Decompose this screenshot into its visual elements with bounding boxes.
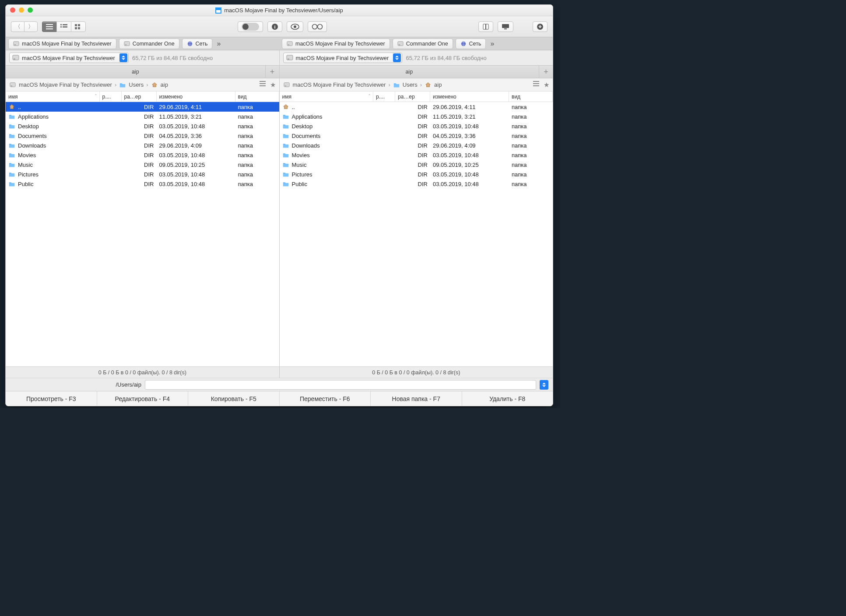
svg-rect-12 xyxy=(63,26,67,28)
forward-button[interactable]: 〉 xyxy=(24,21,38,32)
breadcrumb-item[interactable]: Users xyxy=(403,81,418,88)
col-ext[interactable]: р.... xyxy=(100,92,122,102)
download-button[interactable] xyxy=(533,21,548,32)
file-row[interactable]: Music DIR 09.05.2019, 10:25 папка xyxy=(280,160,553,169)
view-list-button[interactable] xyxy=(42,21,56,32)
volume-selector-right[interactable]: macOS Mojave Final by Techsviewer xyxy=(283,53,403,63)
globe-icon xyxy=(187,41,193,47)
fkey-7[interactable]: Новая папка - F7 xyxy=(371,391,462,406)
columns-header-left[interactable]: имяˆ р.... ра…ер изменено вид xyxy=(6,92,279,102)
file-row[interactable]: Public DIR 03.05.2019, 10:48 папка xyxy=(280,179,553,189)
drive-tab-left-1[interactable]: Commander One xyxy=(119,39,179,49)
compare-button[interactable] xyxy=(308,21,327,32)
path-history-button[interactable] xyxy=(540,380,548,390)
svg-rect-28 xyxy=(260,81,266,82)
new-tab-left[interactable]: + xyxy=(265,66,279,78)
file-list-right[interactable]: .. DIR 29.06.2019, 4:11 папка Applicatio… xyxy=(280,102,553,366)
fkey-6[interactable]: Переместить - F6 xyxy=(280,391,371,406)
drive-tabs-overflow-right[interactable]: » xyxy=(488,40,496,48)
file-row[interactable]: .. DIR 29.06.2019, 4:11 папка xyxy=(6,102,279,112)
mount-button[interactable] xyxy=(498,21,513,32)
fkey-3[interactable]: Просмотреть - F3 xyxy=(6,391,97,406)
folder-icon xyxy=(8,142,15,148)
preview-button[interactable] xyxy=(287,21,303,32)
file-row[interactable]: Pictures DIR 03.05.2019, 10:48 папка xyxy=(6,169,279,179)
col-size[interactable]: ра…ер xyxy=(122,92,157,102)
file-row[interactable]: Pictures DIR 03.05.2019, 10:48 папка xyxy=(280,169,553,179)
file-row[interactable]: Downloads DIR 29.06.2019, 4:09 папка xyxy=(6,141,279,150)
fkey-5[interactable]: Копировать - F5 xyxy=(188,391,280,406)
close-button[interactable] xyxy=(10,7,15,13)
breadcrumb-item[interactable]: aip xyxy=(161,81,168,88)
file-size: DIR xyxy=(395,133,430,139)
col-kind[interactable]: вид xyxy=(509,92,553,102)
col-modified[interactable]: изменено xyxy=(157,92,235,102)
drive-tabs-overflow-left[interactable]: » xyxy=(215,40,222,48)
breadcrumb-item[interactable]: macOS Mojave Final by Techsviewer xyxy=(293,81,386,88)
file-row[interactable]: Desktop DIR 03.05.2019, 10:48 папка xyxy=(280,121,553,131)
file-row[interactable]: Movies DIR 03.05.2019, 10:48 папка xyxy=(280,150,553,160)
col-modified[interactable]: изменено xyxy=(430,92,509,102)
file-row[interactable]: Documents DIR 04.05.2019, 3:36 папка xyxy=(6,131,279,141)
view-columns-button[interactable] xyxy=(56,21,71,32)
back-button[interactable]: 〈 xyxy=(11,21,24,32)
path-input[interactable] xyxy=(145,380,536,390)
file-row[interactable]: Downloads DIR 29.06.2019, 4:09 папка xyxy=(280,141,553,150)
list-mode-icon[interactable] xyxy=(260,81,266,89)
file-kind: папка xyxy=(235,133,279,139)
eye-icon xyxy=(291,24,299,30)
file-row[interactable]: Applications DIR 11.05.2019, 3:21 папка xyxy=(280,112,553,121)
file-row[interactable]: Applications DIR 11.05.2019, 3:21 папка xyxy=(6,112,279,121)
folder-tab-left[interactable]: aip xyxy=(6,66,265,78)
breadcrumb-item[interactable]: Users xyxy=(129,81,144,88)
breadcrumb-item[interactable]: aip xyxy=(434,81,442,88)
folder-icon xyxy=(282,123,289,129)
col-kind[interactable]: вид xyxy=(235,92,279,102)
col-size[interactable]: ра…ер xyxy=(395,92,430,102)
favorite-icon[interactable]: ★ xyxy=(544,81,549,89)
file-row[interactable]: Public DIR 03.05.2019, 10:48 папка xyxy=(6,179,279,189)
folder-icon xyxy=(282,162,289,168)
col-name[interactable]: имяˆ xyxy=(6,92,100,102)
svg-rect-15 xyxy=(75,27,77,29)
drive-tab-left-2[interactable]: Сеть xyxy=(182,39,213,49)
free-space-right: 65,72 ГБ из 84,48 ГБ свободно xyxy=(406,55,486,61)
breadcrumb-item[interactable]: macOS Mojave Final by Techsviewer xyxy=(19,81,112,88)
file-list-left[interactable]: .. DIR 29.06.2019, 4:11 папка Applicatio… xyxy=(6,102,279,366)
file-size: DIR xyxy=(122,171,157,178)
archive-button[interactable] xyxy=(478,21,493,32)
home-icon xyxy=(8,104,15,110)
svg-rect-32 xyxy=(533,83,539,84)
file-row[interactable]: Desktop DIR 03.05.2019, 10:48 папка xyxy=(6,121,279,131)
drive-tab-left-0[interactable]: macOS Mojave Final by Techsviewer xyxy=(8,39,116,49)
fkey-8[interactable]: Удалить - F8 xyxy=(462,391,553,406)
folder-tab-right[interactable]: aip xyxy=(280,66,539,78)
file-row[interactable]: .. DIR 29.06.2019, 4:11 папка xyxy=(280,102,553,112)
drive-tabs-left: macOS Mojave Final by Techsviewer Comman… xyxy=(6,37,279,50)
favorite-icon[interactable]: ★ xyxy=(270,81,276,89)
minimize-button[interactable] xyxy=(19,7,24,13)
view-icons-button[interactable] xyxy=(71,21,86,32)
volume-selector-left[interactable]: macOS Mojave Final by Techsviewer xyxy=(9,53,129,63)
new-tab-right[interactable]: + xyxy=(539,66,553,78)
svg-point-20 xyxy=(294,25,296,28)
file-modified: 03.05.2019, 10:48 xyxy=(430,181,509,187)
file-row[interactable]: Documents DIR 04.05.2019, 3:36 папка xyxy=(280,131,553,141)
file-row[interactable]: Music DIR 09.05.2019, 10:25 папка xyxy=(6,160,279,169)
drive-tab-right-2[interactable]: Сеть xyxy=(456,39,486,49)
drive-tab-right-0[interactable]: macOS Mojave Final by Techsviewer xyxy=(282,39,390,49)
file-size: DIR xyxy=(395,171,430,178)
col-ext[interactable]: р.... xyxy=(373,92,395,102)
file-kind: папка xyxy=(509,162,553,168)
zoom-button[interactable] xyxy=(28,7,33,13)
info-button[interactable]: i xyxy=(267,21,282,32)
drive-tab-right-1[interactable]: Commander One xyxy=(393,39,453,49)
file-modified: 09.05.2019, 10:25 xyxy=(157,162,235,168)
columns-header-right[interactable]: имяˆ р.... ра…ер изменено вид xyxy=(280,92,553,102)
col-name[interactable]: имяˆ xyxy=(280,92,374,102)
list-mode-icon[interactable] xyxy=(533,81,539,89)
hidden-files-toggle[interactable] xyxy=(238,21,263,32)
file-row[interactable]: Movies DIR 03.05.2019, 10:48 папка xyxy=(6,150,279,160)
fkey-4[interactable]: Редактировать - F4 xyxy=(97,391,189,406)
svg-rect-10 xyxy=(63,24,67,25)
